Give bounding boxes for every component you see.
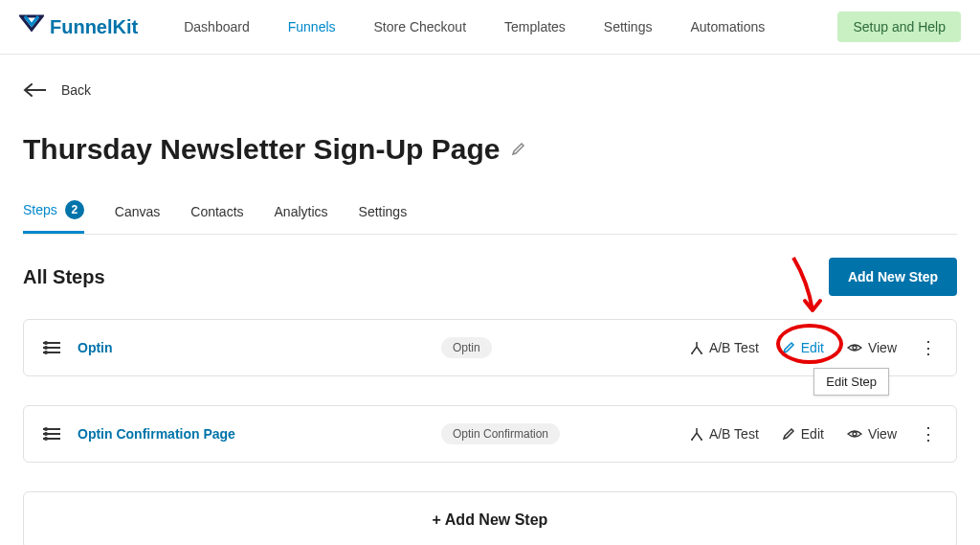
svg-point-15	[691, 439, 693, 441]
edit-label: Edit	[801, 426, 824, 442]
ab-test-action[interactable]: A/B Test	[690, 426, 759, 442]
tab-steps[interactable]: Steps 2	[23, 200, 84, 234]
step-actions: A/B Test Edit View ⋮	[690, 423, 937, 444]
tab-canvas[interactable]: Canvas	[115, 200, 160, 234]
top-navigation: FunnelKit Dashboard Funnels Store Checko…	[0, 0, 980, 55]
add-new-step-button[interactable]: Add New Step	[829, 258, 957, 296]
view-action[interactable]: View	[847, 426, 897, 442]
tab-steps-label: Steps	[23, 202, 57, 217]
steps-header: All Steps Add New Step	[23, 258, 957, 296]
svg-point-6	[691, 352, 693, 354]
ab-test-action[interactable]: A/B Test	[690, 340, 759, 355]
view-action[interactable]: View	[847, 340, 897, 355]
svg-point-17	[853, 432, 857, 436]
back-arrow-icon[interactable]	[23, 78, 46, 102]
page-content: Back Thursday Newsletter Sign-Up Page St…	[0, 55, 980, 545]
step-actions: A/B Test Edit View ⋮	[690, 337, 937, 358]
step-name-link[interactable]: Optin Confirmation Page	[78, 426, 441, 442]
edit-label: Edit	[801, 340, 824, 355]
nav-settings[interactable]: Settings	[604, 19, 653, 34]
back-link[interactable]: Back	[61, 82, 91, 98]
svg-point-13	[44, 432, 48, 436]
step-type-pill: Optin	[441, 337, 492, 358]
svg-point-7	[701, 352, 702, 354]
more-options-icon[interactable]: ⋮	[920, 423, 937, 444]
edit-action[interactable]: Edit	[782, 340, 824, 355]
page-title-row: Thursday Newsletter Sign-Up Page	[23, 133, 957, 166]
tab-analytics[interactable]: Analytics	[275, 200, 328, 234]
funnel-tabs: Steps 2 Canvas Contacts Analytics Settin…	[23, 200, 957, 235]
pencil-icon	[782, 427, 795, 441]
svg-point-14	[44, 437, 48, 441]
pencil-icon	[782, 341, 795, 354]
svg-point-8	[853, 346, 857, 350]
ab-test-icon	[690, 427, 703, 441]
svg-point-16	[701, 439, 702, 441]
svg-point-12	[44, 427, 48, 431]
tab-settings[interactable]: Settings	[359, 200, 408, 234]
edit-title-icon[interactable]	[511, 141, 526, 159]
setup-help-button[interactable]: Setup and Help	[837, 11, 961, 42]
nav-funnels[interactable]: Funnels	[288, 19, 336, 34]
edit-step-tooltip: Edit Step	[813, 368, 889, 396]
drag-handle-icon[interactable]	[43, 427, 60, 441]
step-type-pill: Optin Confirmation	[441, 423, 560, 444]
ab-test-label: A/B Test	[709, 426, 759, 442]
nav-store-checkout[interactable]: Store Checkout	[374, 19, 467, 34]
brand-name: FunnelKit	[50, 16, 138, 38]
view-label: View	[868, 426, 897, 442]
tab-steps-count-badge: 2	[65, 200, 84, 219]
eye-icon	[847, 428, 862, 440]
ab-test-icon	[690, 341, 703, 354]
add-step-inline-button[interactable]: + Add New Step	[23, 491, 957, 545]
primary-nav: Dashboard Funnels Store Checkout Templat…	[184, 19, 837, 34]
funnelkit-logo-icon	[19, 12, 44, 42]
ab-test-label: A/B Test	[709, 340, 759, 355]
step-name-link[interactable]: Optin	[78, 340, 441, 355]
drag-handle-icon[interactable]	[43, 341, 60, 354]
step-card: Optin Confirmation Page Optin Confirmati…	[23, 405, 957, 463]
nav-dashboard[interactable]: Dashboard	[184, 19, 250, 34]
more-options-icon[interactable]: ⋮	[920, 337, 937, 358]
page-title: Thursday Newsletter Sign-Up Page	[23, 133, 500, 166]
brand-logo[interactable]: FunnelKit	[19, 12, 138, 42]
all-steps-title: All Steps	[23, 266, 105, 288]
edit-action[interactable]: Edit	[782, 426, 824, 442]
back-row: Back	[23, 78, 957, 102]
eye-icon	[847, 342, 862, 353]
nav-automations[interactable]: Automations	[690, 19, 765, 34]
svg-point-4	[44, 346, 48, 350]
step-card: Optin Optin A/B Test Edit View ⋮	[23, 319, 957, 376]
view-label: View	[868, 340, 897, 355]
nav-templates[interactable]: Templates	[504, 19, 566, 34]
tab-contacts[interactable]: Contacts	[190, 200, 243, 234]
svg-point-5	[44, 351, 48, 354]
svg-point-3	[44, 341, 48, 345]
